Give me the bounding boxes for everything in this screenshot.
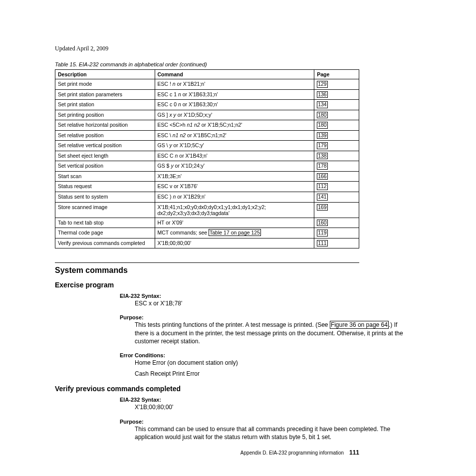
commands-table: Description Command Page Set print modeE… <box>55 69 359 248</box>
cell-page: 180 <box>314 110 359 120</box>
cell-page: 119 <box>314 228 359 238</box>
cell-description: Set print station <box>55 100 155 110</box>
cell-description: Set sheet eject length <box>55 151 155 161</box>
cell-description: Set relative vertical position <box>55 141 155 151</box>
cell-page: 112 <box>314 182 359 192</box>
cell-description: Tab to next tab stop <box>55 218 155 228</box>
cell-command: ESC ! n or X'1B21;n' <box>155 79 314 90</box>
table-row: Set relative horizontal positionESC <5C>… <box>55 120 359 131</box>
cell-command: ESC v or X'1B76' <box>155 182 314 192</box>
exercise-error-block: Error Conditions: Home Error (on documen… <box>120 352 411 378</box>
cell-command: X'1B;00;80;00' <box>155 238 314 248</box>
table-row: Status sent to systemESC ) n or X'1B29;n… <box>55 192 359 203</box>
cell-page: 179 <box>314 141 359 151</box>
cell-description: Start scan <box>55 171 155 182</box>
cell-description: Store scanned image <box>55 202 155 218</box>
cell-command: ESC c 0 n or X'1B63;30;n' <box>155 100 314 110</box>
purpose-label: Purpose: <box>120 419 411 425</box>
system-commands-heading: System commands <box>55 266 411 275</box>
syntax-label: EIA-232 Syntax: <box>120 397 411 403</box>
cell-page: 129 <box>314 79 359 90</box>
page-link[interactable]: 179 <box>317 142 328 149</box>
cell-description: Status request <box>55 182 155 192</box>
page-link[interactable]: 180 <box>317 112 328 119</box>
syntax-label: EIA-232 Syntax: <box>120 293 411 299</box>
table-row: Set relative vertical positionGS \ y or … <box>55 141 359 151</box>
page-link[interactable]: 112 <box>317 183 328 190</box>
figure-link[interactable]: Figure 36 on page 64 <box>330 321 389 329</box>
cell-description: Set relative position <box>55 130 155 141</box>
cell-command: GS ] x y or X'1D;5D;x;y' <box>155 110 314 120</box>
table-row: Set sheet eject lengthESC C n or X'1B43;… <box>55 151 359 161</box>
syntax-body: X'1B;00;80;00' <box>135 403 411 411</box>
table-caption: Table 15. EIA-232 commands in alphabetic… <box>55 61 411 67</box>
section-divider <box>55 262 359 263</box>
table-row: Set print station parametersESC c 1 n or… <box>55 89 359 100</box>
cell-command: X'1B;3E;n' <box>155 171 314 182</box>
cell-description: Set printing position <box>55 110 155 120</box>
cell-page: 141 <box>314 192 359 203</box>
cell-description: Thermal code page <box>55 228 155 238</box>
table-row: Set printing positionGS ] x y or X'1D;5D… <box>55 110 359 120</box>
cell-page: 111 <box>314 238 359 248</box>
page-link[interactable]: 180 <box>317 122 328 129</box>
page-link[interactable]: 119 <box>317 230 328 237</box>
footer-page-number: 111 <box>349 449 359 456</box>
table-row: Set vertical positionGS $ y or X'1D;24;y… <box>55 161 359 172</box>
cell-description: Set print mode <box>55 79 155 90</box>
th-description: Description <box>55 70 155 79</box>
error-2: Cash Receipt Print Error <box>135 370 411 378</box>
purpose-text-pre: This tests printing functions of the pri… <box>135 321 330 328</box>
error-label: Error Conditions: <box>120 352 411 358</box>
error-1: Home Error (on document station only) <box>135 359 411 367</box>
verify-syntax-block: EIA-232 Syntax: X'1B;00;80;00' <box>120 397 411 411</box>
table-row: Tab to next tab stopHT or X'09'160 <box>55 218 359 228</box>
cell-page: 139 <box>314 130 359 141</box>
table-link[interactable]: Table 17 on page 125 <box>209 229 261 236</box>
exercise-syntax-block: EIA-232 Syntax: ESC x or X'1B;78' <box>120 293 411 307</box>
table-row: Status requestESC v or X'1B76'112 <box>55 182 359 192</box>
page-footer: Appendix D. EIA-232 programming informat… <box>55 449 359 456</box>
page-link[interactable]: 134 <box>317 101 328 108</box>
footer-text: Appendix D. EIA-232 programming informat… <box>240 450 344 456</box>
table-row: Start scanX'1B;3E;n'166 <box>55 171 359 182</box>
cell-command: ESC ) n or X'1B29;n' <box>155 192 314 203</box>
cell-description: Set relative horizontal position <box>55 120 155 131</box>
table-row: Set relative positionESC \ n1 n2 or X'1B… <box>55 130 359 141</box>
cell-description: Set vertical position <box>55 161 155 172</box>
page-link[interactable]: 111 <box>317 240 328 247</box>
cell-command: X'1B;41;n1;x0;y0;dx0;dy0;x1;y1;dx1;dy1;x… <box>155 202 314 218</box>
page-link[interactable]: 138 <box>317 153 328 160</box>
page-link[interactable]: 141 <box>317 194 328 201</box>
page-link[interactable]: 166 <box>317 173 328 180</box>
cell-page: 134 <box>314 100 359 110</box>
cell-page: 160 <box>314 218 359 228</box>
cell-description: Status sent to system <box>55 192 155 203</box>
cell-description: Verify previous commands completed <box>55 238 155 248</box>
cell-description: Set print station parameters <box>55 89 155 100</box>
cell-command: ESC <5C>h n1 n2 or X'1B;5C;n1;n2' <box>155 120 314 131</box>
purpose-body: This tests printing functions of the pri… <box>135 321 411 345</box>
verify-heading: Verify previous commands completed <box>55 385 411 393</box>
table-row: Thermal code pageMCT commands; see Table… <box>55 228 359 238</box>
cell-page: 138 <box>314 151 359 161</box>
page-link[interactable]: 139 <box>317 132 328 139</box>
purpose-label: Purpose: <box>120 314 411 320</box>
table-row: Verify previous commands completedX'1B;0… <box>55 238 359 248</box>
page-link[interactable]: 160 <box>317 220 328 227</box>
cell-page: 166 <box>314 171 359 182</box>
page-link[interactable]: 169 <box>317 204 328 211</box>
verify-purpose-block: Purpose: This command can be used to ens… <box>120 419 411 441</box>
page-link[interactable]: 136 <box>317 91 328 98</box>
th-command: Command <box>155 70 314 79</box>
page-link[interactable]: 178 <box>317 163 328 170</box>
cell-command: MCT commands; see Table 17 on page 125 <box>155 228 314 238</box>
updated-date: Updated April 2, 2009 <box>55 45 411 52</box>
error-body: Home Error (on document station only) Ca… <box>135 359 411 378</box>
exercise-program-heading: Exercise program <box>55 281 411 289</box>
page-link[interactable]: 129 <box>317 81 328 88</box>
table-row: Set print modeESC ! n or X'1B21;n'129 <box>55 79 359 90</box>
cell-command: ESC \ n1 n2 or X'1B5C;n1;n2' <box>155 130 314 141</box>
cell-page: 180 <box>314 120 359 131</box>
cell-page: 136 <box>314 89 359 100</box>
